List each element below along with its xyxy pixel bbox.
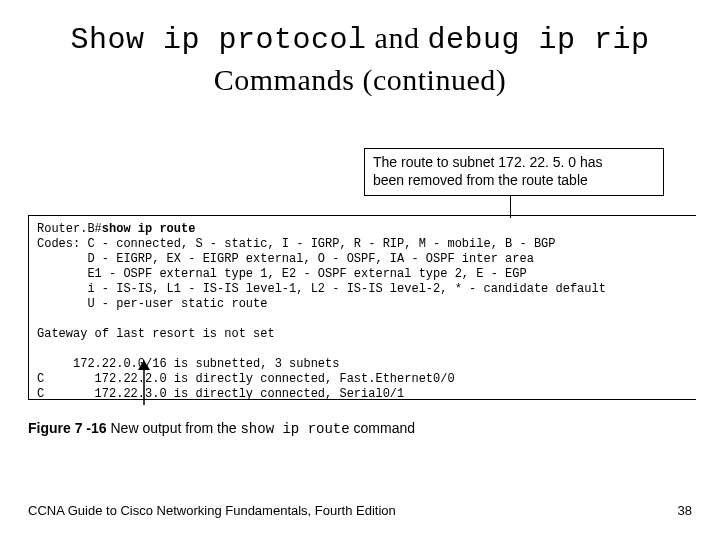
figure-caption-lead: New output from the <box>107 420 241 436</box>
term-l8: Gateway of last resort is not set <box>37 327 275 341</box>
slide-title: Show ip protocol and debug ip rip Comman… <box>0 0 720 99</box>
term-l12: C 172.22.3.0 is directly connected, Seri… <box>37 387 404 400</box>
term-l3: D - EIGRP, EX - EIGRP external, O - OSPF… <box>37 252 534 266</box>
callout-line-2: been removed from the route table <box>373 171 655 189</box>
term-l6: U - per-user static route <box>37 297 267 311</box>
figure-caption-mono: show ip route <box>240 421 349 437</box>
slide: Show ip protocol and debug ip rip Comman… <box>0 0 720 540</box>
title-and: and <box>367 21 428 54</box>
term-blank1 <box>37 312 44 326</box>
term-l5: i - IS-IS, L1 - IS-IS level-1, L2 - IS-I… <box>37 282 606 296</box>
figure-caption-tail: command <box>350 420 415 436</box>
title-mono-2: debug ip rip <box>427 23 649 57</box>
term-l4: E1 - OSPF external type 1, E2 - OSPF ext… <box>37 267 527 281</box>
term-blank2 <box>37 342 44 356</box>
term-l10: 172.22.0.0/16 is subnetted, 3 subnets <box>37 357 339 371</box>
term-l11: C 172.22.2.0 is directly connected, Fast… <box>37 372 455 386</box>
footer-text: CCNA Guide to Cisco Networking Fundament… <box>28 503 692 518</box>
term-prompt: Router.B# <box>37 222 102 236</box>
figure-caption: Figure 7 -16 New output from the show ip… <box>28 420 415 437</box>
callout-line-1: The route to subnet 172. 22. 5. 0 has <box>373 153 655 171</box>
terminal-output: Router.B#show ip route Codes: C - connec… <box>28 215 696 400</box>
callout-box: The route to subnet 172. 22. 5. 0 has be… <box>364 148 664 196</box>
title-mono-1: Show ip protocol <box>71 23 367 57</box>
term-l2: Codes: C - connected, S - static, I - IG… <box>37 237 555 251</box>
page-number: 38 <box>678 503 692 518</box>
title-rest: Commands (continued) <box>214 63 506 96</box>
figure-number: Figure 7 -16 <box>28 420 107 436</box>
term-cmd: show ip route <box>102 222 196 236</box>
